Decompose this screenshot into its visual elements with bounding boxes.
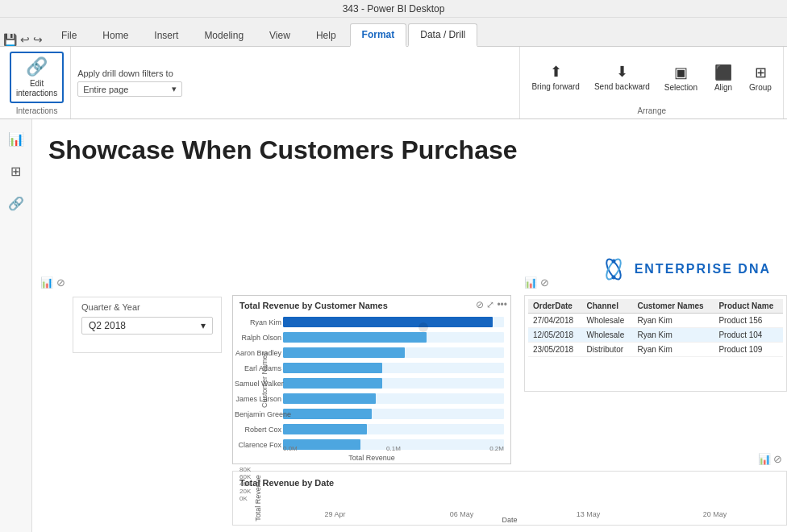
table-visual: OrderDate Channel Customer Names Product… — [524, 295, 787, 392]
edit-interactions-button[interactable]: 🔗 Editinteractions — [10, 52, 64, 103]
group-icon: ⊞ — [755, 64, 767, 81]
cell-product-0: Product 156 — [714, 314, 783, 328]
date-chart-title: Total Revenue by Date — [239, 478, 780, 488]
sidebar-icon-report[interactable]: 📊 — [5, 127, 27, 150]
quick-access-save[interactable]: 💾 — [3, 33, 17, 46]
ribbon-tabs: 💾 ↩ ↪ File Home Insert Modeling View Hel… — [0, 18, 787, 47]
bar-chart-x-label: Total Revenue — [233, 454, 510, 462]
x-tick-1: 0.1M — [386, 445, 401, 452]
bar-row-aaron: Aaron Bradley — [283, 346, 504, 360]
group-label: Group — [749, 83, 772, 92]
table-row: 27/04/2018 Wholesale Ryan Kim Product 15… — [528, 314, 783, 328]
y-tick-3: 60K — [239, 473, 251, 480]
bar-label-8: Clarence Fox — [235, 441, 281, 449]
tab-modeling[interactable]: Modeling — [192, 24, 256, 46]
date-chart-header-icons-right: 📊 ⊘ — [758, 453, 782, 465]
enterprise-dna-logo-icon — [599, 255, 628, 284]
bring-forward-icon: ⬆ — [550, 63, 562, 81]
bar-row-ryan-kim: Ryan Kim — [283, 315, 504, 329]
date-bars-area — [272, 494, 778, 502]
bring-forward-button[interactable]: ⬆ Bring forward — [527, 60, 584, 95]
sidebar-icon-data[interactable]: ⊞ — [5, 160, 27, 182]
col-header-product: Product Name — [714, 299, 783, 314]
cell-product-1: Product 104 — [714, 328, 783, 343]
bar-chart-more-icon[interactable]: ••• — [497, 299, 507, 310]
slicer-header-icons: 📊 ⊘ — [40, 276, 65, 289]
logo-text: ENTERPRISE DNA — [635, 262, 771, 276]
bar-fill-4 — [283, 378, 382, 389]
tab-data-drill[interactable]: Data / Drill — [408, 23, 477, 47]
tab-home[interactable]: Home — [90, 24, 140, 46]
bar-label-3: Earl Adams — [235, 364, 281, 372]
bar-chart-filter-icon[interactable]: ⊘ — [476, 299, 484, 310]
ribbon-content: 🔗 Editinteractions Interactions Apply dr… — [0, 47, 787, 119]
y-tick-2: 40K — [239, 480, 251, 488]
bar-fill-6 — [283, 409, 372, 419]
date-chart-visual: Total Revenue by Date 0K 20K 40K 60K 80K… — [232, 471, 787, 526]
drill-filter-value: Entire page — [83, 85, 128, 94]
x-tick-0: 0.0M — [283, 445, 298, 452]
bar-row-benjamin: Benjamin Greene — [283, 407, 504, 421]
quick-access-undo[interactable]: ↩ — [20, 33, 30, 46]
bar-fill-5 — [283, 393, 376, 404]
x-tick-2: 0.2M — [489, 445, 504, 452]
bar-row-samuel: Samuel Walker — [283, 376, 504, 390]
bar-label-5: James Larson — [235, 395, 281, 403]
col-header-channel: Channel — [582, 299, 633, 314]
table-bar-icon: 📊 — [524, 276, 537, 289]
drill-filter-dropdown[interactable]: Entire page ▾ — [77, 81, 182, 97]
edit-interactions-label: Editinteractions — [16, 79, 57, 98]
send-backward-button[interactable]: ⬇ Send backward — [589, 60, 655, 95]
page-title: Showcase When Customers Purchase — [48, 135, 771, 165]
y-tick-4: 80K — [239, 466, 251, 473]
cell-customer-2: Ryan Kim — [632, 343, 714, 357]
table-row: 23/05/2018 Distributor Ryan Kim Product … — [528, 343, 783, 357]
tab-view[interactable]: View — [257, 24, 302, 46]
sidebar-icon-model[interactable]: 🔗 — [5, 192, 27, 214]
bar-row-earl: Earl Adams — [283, 361, 504, 375]
drill-filter-label: Apply drill down filters to — [77, 69, 513, 78]
bar-label-2: Aaron Bradley — [235, 349, 281, 357]
interactions-group: 🔗 Editinteractions Interactions — [3, 47, 71, 118]
bar-label-6: Benjamin Greene — [235, 410, 281, 418]
bar-fill-7 — [283, 424, 367, 434]
selection-button[interactable]: ▣ Selection — [660, 60, 702, 95]
tab-help[interactable]: Help — [304, 24, 348, 46]
slicer-value-dropdown[interactable]: Q2 2018 ▾ — [81, 317, 213, 335]
arrange-group-label: Arrange — [637, 105, 666, 115]
quick-access-redo[interactable]: ↪ — [33, 33, 43, 46]
arrange-group-content: ⬆ Bring forward ⬇ Send backward ▣ Select… — [527, 50, 777, 105]
table-row: 12/05/2018 Wholesale Ryan Kim Product 10… — [528, 328, 783, 343]
group-button[interactable]: ⊞ Group — [744, 60, 777, 95]
slicer-bar-chart-icon: 📊 — [40, 276, 53, 289]
bar-label-1: Ralph Olson — [235, 334, 281, 342]
cell-product-2: Product 109 — [714, 343, 783, 357]
selection-icon: ▣ — [674, 64, 688, 81]
tab-file[interactable]: File — [49, 24, 89, 46]
bar-row-ralph: Ralph Olson — [283, 330, 504, 344]
cell-customer-0: Ryan Kim — [632, 314, 714, 328]
drill-area: Apply drill down filters to Entire page … — [71, 47, 520, 118]
bar-label-4: Samuel Walker — [235, 380, 281, 388]
cell-customer-1: Ryan Kim — [632, 328, 714, 343]
bar-label-0: Ryan Kim — [235, 318, 281, 326]
cell-date-2: 23/05/2018 — [528, 343, 582, 357]
align-label: Align — [714, 83, 732, 92]
y-tick-0: 0K — [239, 495, 251, 502]
slicer-chevron-icon: ▾ — [201, 320, 206, 331]
tab-format[interactable]: Format — [350, 23, 407, 47]
bar-chart-x-ticks: 0.0M 0.1M 0.2M — [283, 445, 504, 452]
cell-channel-2: Distributor — [582, 343, 633, 357]
slicer-title: Quarter & Year — [81, 302, 213, 312]
align-button[interactable]: ⬛ Align — [707, 60, 739, 95]
col-header-customer: Customer Names — [632, 299, 714, 314]
cell-channel-0: Wholesale — [582, 314, 633, 328]
svg-point-3 — [611, 276, 615, 280]
slicer-selected-value: Q2 2018 — [89, 320, 126, 331]
bar-chart-expand-icon[interactable]: ⤢ — [486, 299, 494, 310]
bar-chart-controls: ⊘ ⤢ ••• — [476, 299, 507, 310]
tab-insert[interactable]: Insert — [142, 24, 190, 46]
title-bar: 343 - Power BI Desktop — [0, 0, 787, 18]
bar-fill-2 — [283, 347, 405, 358]
selection-label: Selection — [664, 83, 697, 92]
